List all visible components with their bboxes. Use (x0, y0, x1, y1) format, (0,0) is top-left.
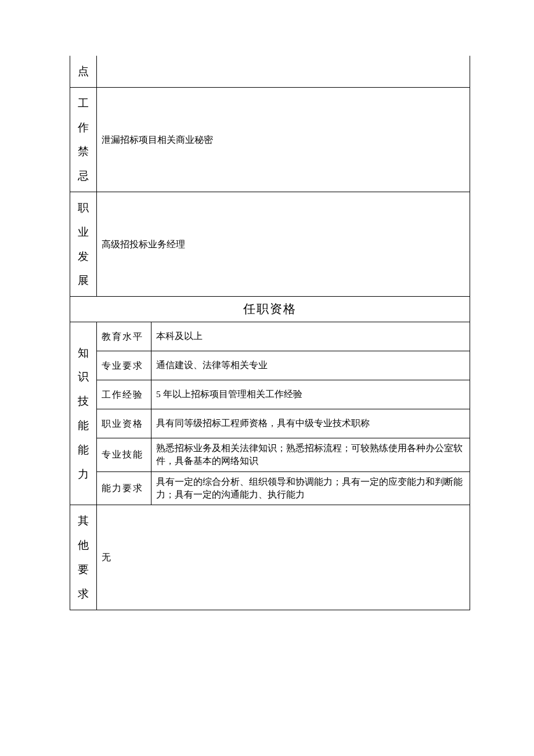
vchar: 力 (75, 462, 92, 487)
vchar: 禁 (75, 139, 92, 164)
vchar: 能 (75, 438, 92, 462)
vchar: 其 (75, 509, 92, 533)
value-work-taboo: 泄漏招标项目相关商业秘密 (97, 87, 470, 192)
vchar: 能 (75, 413, 92, 438)
job-spec-table: 点 工 作 禁 忌 泄漏招标项目相关商业秘密 职 业 发 展 高级招投标业务经理 (70, 56, 470, 610)
qual-value-certification: 具有同等级招标工程师资格，具有中级专业技术职称 (151, 409, 470, 438)
vchar: 忌 (75, 164, 92, 188)
qual-value-proskill: 熟悉招标业务及相关法律知识；熟悉招标流程；可较熟练使用各种办公室软件，具备基本的… (151, 438, 470, 471)
vlabel-other-req: 其 他 要 求 (70, 505, 97, 610)
vchar: 要 (75, 557, 92, 582)
vchar: 他 (75, 533, 92, 557)
vlabel-continued: 点 (70, 56, 97, 87)
vlabel-knowledge-ability: 知 识 技 能 能 力 (70, 322, 97, 505)
vchar: 职 (75, 196, 92, 220)
qual-value-ability: 具有一定的综合分析、组织领导和协调能力；具有一定的应变能力和判断能力；具有一定的… (151, 471, 470, 505)
value-other-req: 无 (97, 505, 470, 610)
vlabel-career-dev: 职 业 发 展 (70, 192, 97, 296)
qual-value-major: 通信建设、法律等相关专业 (151, 351, 470, 380)
vchar: 工 (75, 91, 92, 116)
vchar: 识 (75, 365, 92, 389)
vchar: 作 (75, 116, 92, 140)
qual-label-education: 教育水平 (97, 322, 151, 351)
qual-label-ability: 能力要求 (97, 471, 151, 505)
vchar: 点 (75, 59, 92, 84)
vchar: 展 (75, 268, 92, 293)
vchar: 发 (75, 244, 92, 269)
value-continued (97, 56, 470, 87)
value-career-dev: 高级招投标业务经理 (97, 192, 470, 296)
vchar: 业 (75, 220, 92, 244)
vchar: 求 (75, 582, 92, 606)
vchar: 知 (75, 341, 92, 365)
qual-label-certification: 职业资格 (97, 409, 151, 438)
qual-label-major: 专业要求 (97, 351, 151, 380)
vchar: 技 (75, 389, 92, 413)
qual-label-proskill: 专业技能 (97, 438, 151, 471)
vlabel-work-taboo: 工 作 禁 忌 (70, 87, 97, 192)
qual-value-education: 本科及以上 (151, 322, 470, 351)
qual-label-experience: 工作经验 (97, 380, 151, 409)
qual-value-experience: 5 年以上招标项目管理相关工作经验 (151, 380, 470, 409)
section-header-qualification: 任职资格 (70, 297, 470, 322)
